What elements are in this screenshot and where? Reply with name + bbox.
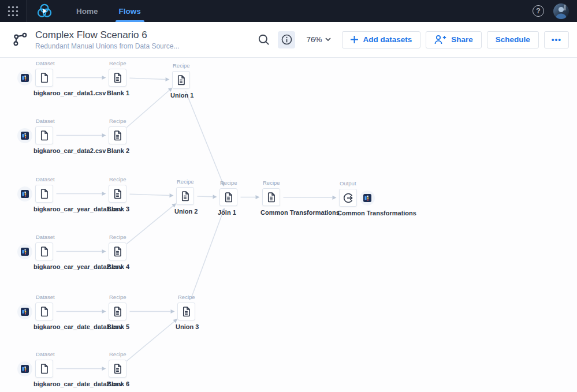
flow-node-blank4[interactable]: RecipeBlank 4 (109, 242, 126, 260)
file-icon (39, 246, 50, 257)
flow-header: Complex Flow Scenario 6 Redundant Manual… (0, 22, 577, 58)
node-type-label: Recipe (109, 351, 126, 357)
flow-node-blank3[interactable]: RecipeBlank 3 (109, 185, 126, 203)
title-block: Complex Flow Scenario 6 Redundant Manual… (35, 29, 179, 50)
logo-icon (36, 2, 53, 20)
node-box[interactable] (35, 242, 53, 260)
flow-node-blank6[interactable]: RecipeBlank 6 (109, 360, 126, 378)
flow-node-blank1[interactable]: RecipeBlank 1 (109, 69, 126, 87)
node-box[interactable] (262, 188, 280, 206)
node-box[interactable] (109, 303, 126, 320)
node-name-label: bigkaroo_car_data1.csv (33, 89, 106, 96)
flow-node-blank5[interactable]: RecipeBlank 5 (109, 303, 126, 320)
recipe-doc-icon (112, 130, 123, 141)
node-box[interactable] (109, 242, 126, 260)
flow-node-out[interactable]: OutputCommon Transformations (339, 189, 357, 207)
node-box[interactable] (35, 360, 53, 378)
node-box[interactable] (339, 189, 357, 207)
flow-node-union1[interactable]: RecipeUnion 1 (172, 71, 190, 89)
node-box[interactable] (219, 188, 237, 206)
recipe-doc-icon (112, 188, 123, 199)
node-box[interactable] (35, 126, 53, 144)
flow-node-union3[interactable]: RecipeUnion 3 (177, 303, 195, 320)
node-box[interactable] (172, 71, 190, 89)
connector-badge[interactable] (17, 186, 32, 201)
connector-badge[interactable] (17, 361, 32, 376)
flow-node-ct[interactable]: RecipeCommon Transformations (262, 188, 280, 206)
product-logo[interactable] (27, 0, 66, 22)
add-datasets-label: Add datasets (363, 35, 412, 44)
recipe-doc-icon (112, 72, 123, 83)
add-datasets-button[interactable]: Add datasets (342, 31, 420, 48)
user-avatar[interactable] (553, 3, 569, 19)
node-box[interactable] (109, 360, 126, 378)
node-type-label: Dataset (36, 234, 55, 240)
node-box[interactable] (35, 69, 53, 87)
flow-edge-arrowhead (256, 195, 260, 199)
flow-edge-arrowhead (213, 195, 217, 199)
node-box[interactable] (109, 185, 126, 203)
flow-edge-arrowhead (102, 367, 106, 371)
node-name-label: bigkaroo_car_data2.csv (33, 147, 106, 154)
node-box[interactable] (177, 303, 195, 320)
file-icon (39, 130, 50, 141)
recipe-doc-icon (266, 192, 277, 203)
flow-edge-arrowhead (102, 249, 106, 253)
connector-badge[interactable] (360, 191, 375, 206)
node-box[interactable] (109, 69, 126, 87)
search-button[interactable] (255, 31, 273, 48)
tab-home[interactable]: Home (66, 0, 109, 22)
flow-canvas[interactable]: Datasetbigkaroo_car_data1.csvRecipeBlank… (0, 58, 577, 392)
recipe-doc-icon (112, 246, 123, 257)
node-type-label: Recipe (263, 180, 280, 186)
node-box[interactable] (109, 126, 126, 144)
node-type-label: Recipe (109, 176, 126, 182)
node-box[interactable] (35, 303, 53, 320)
connector-badge[interactable] (17, 70, 32, 85)
tab-flows[interactable]: Flows (109, 0, 151, 22)
navbar-right: ? (533, 0, 569, 22)
node-type-label: Recipe (178, 294, 195, 300)
node-type-label: Dataset (36, 176, 55, 182)
flow-edge-blank2-union1 (126, 90, 169, 127)
flow-node-join1[interactable]: RecipeJoin 1 (219, 188, 237, 206)
info-button[interactable] (278, 31, 295, 48)
flow-node-ds5[interactable]: Datasetbigkaroo_car_date_data1.csv (35, 303, 53, 320)
node-name-label: Blank 5 (107, 323, 129, 330)
connector-badge[interactable] (17, 128, 32, 143)
recipe-doc-icon (112, 306, 123, 317)
flow-node-ds2[interactable]: Datasetbigkaroo_car_data2.csv (35, 126, 53, 144)
flow-node-union2[interactable]: RecipeUnion 2 (176, 187, 194, 205)
flow-edges-layer (0, 58, 577, 392)
node-box[interactable] (176, 187, 194, 205)
flow-edge-blank6-union3 (127, 322, 174, 361)
flow-node-ds4[interactable]: Datasetbigkaroo_car_year_data2.csv (35, 242, 53, 260)
flow-node-ds1[interactable]: Datasetbigkaroo_car_data1.csv (35, 69, 53, 87)
flow-edge-arrowhead (332, 196, 336, 200)
schedule-button[interactable]: Schedule (487, 31, 539, 48)
more-options-button[interactable]: ••• (544, 31, 569, 48)
help-icon[interactable]: ? (533, 5, 544, 17)
node-type-label: Recipe (109, 294, 126, 300)
node-type-label: Recipe (109, 234, 126, 240)
connector-badge[interactable] (17, 244, 32, 259)
app-launcher-button[interactable] (0, 0, 27, 22)
flow-edge-union2-join1 (197, 196, 213, 197)
file-icon (39, 363, 50, 374)
file-icon (39, 188, 50, 199)
search-icon (258, 33, 270, 46)
node-box[interactable] (35, 185, 53, 203)
connector-badge-icon (21, 248, 29, 256)
flow-node-ds6[interactable]: Datasetbigkaroo_car_date_data2.csv (35, 360, 53, 378)
flow-edge-union3-join1 (191, 212, 223, 300)
flow-node-ds3[interactable]: Datasetbigkaroo_car_year_data1.csv (35, 185, 53, 203)
share-button[interactable]: Share (426, 31, 482, 48)
node-name-label: Union 2 (174, 208, 198, 215)
flow-edge-arrowhead (169, 193, 173, 197)
flow-edge-blank3-union2 (129, 194, 169, 195)
connector-badge-icon (21, 365, 29, 373)
zoom-control[interactable]: 76% (306, 35, 331, 44)
connector-badge[interactable] (17, 304, 32, 319)
connector-badge-icon (21, 190, 29, 198)
flow-node-blank2[interactable]: RecipeBlank 2 (109, 126, 126, 144)
